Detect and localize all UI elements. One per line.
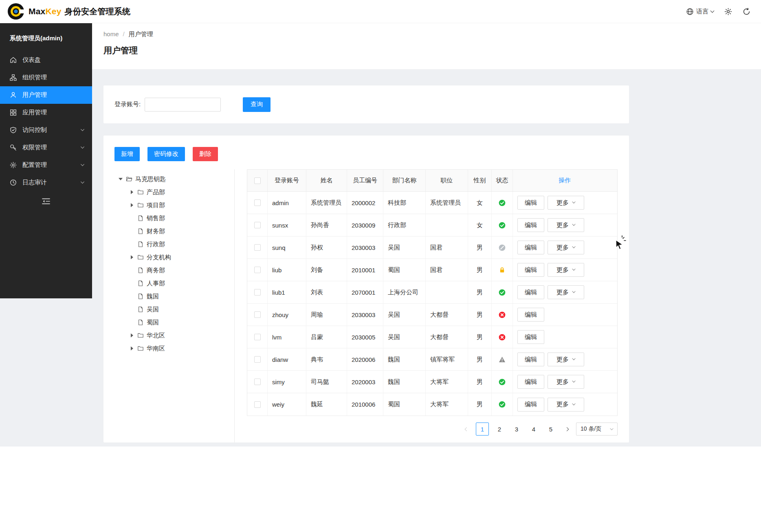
tree-leaf-node[interactable]: 财务部 [114,225,234,238]
cell-name: 刘表 [306,281,347,303]
change-password-button[interactable]: 密码修改 [147,147,185,161]
row-checkbox[interactable] [254,401,261,408]
row-checkbox[interactable] [254,199,261,206]
row-checkbox[interactable] [254,244,261,251]
language-selector[interactable]: 语言 [686,8,714,15]
caret-right-icon[interactable] [130,203,134,207]
select-all-checkbox[interactable] [254,177,261,184]
collapse-icon [42,198,51,205]
caret-down-icon[interactable] [118,178,123,180]
cell-gender: 男 [468,259,492,281]
sidebar-item-key[interactable]: 权限管理 [0,139,92,156]
next-page-button[interactable] [561,423,572,436]
edit-button[interactable]: 编辑 [517,285,544,299]
settings-icon[interactable] [724,8,732,15]
row-checkbox[interactable] [254,289,261,296]
tree-leaf-node[interactable]: 销售部 [114,212,234,225]
tree-node-label: 华南区 [147,345,165,352]
logout-icon[interactable] [743,8,750,15]
cell-position: 大都督 [426,304,468,326]
row-checkbox[interactable] [254,267,261,273]
row-checkbox[interactable] [254,356,261,363]
query-button[interactable]: 查询 [243,97,271,112]
tree-branch-node[interactable]: 产品部 [114,186,234,199]
breadcrumb-home-link[interactable]: home [103,31,119,38]
tree-branch-node[interactable]: 分支机构 [114,251,234,264]
caret-right-icon[interactable] [130,255,134,259]
cell-actions: 编辑 更多 [513,259,616,281]
tree-leaf-node[interactable]: 行政部 [114,238,234,251]
tree-branch-node[interactable]: 华北区 [114,329,234,342]
more-dropdown-button[interactable]: 更多 [548,241,584,254]
caret-right-icon[interactable] [130,190,134,194]
tree-node-label: 马克思钥匙 [135,175,166,183]
caret-right-icon[interactable] [130,346,134,350]
sidebar-item-dashboard[interactable]: 仪表盘 [0,51,92,69]
more-dropdown-button[interactable]: 更多 [548,352,584,366]
tree-leaf-node[interactable]: 人事部 [114,277,234,290]
tree-node-label: 华北区 [147,332,165,339]
row-checkbox[interactable] [254,222,261,228]
sidebar-item-shield[interactable]: 访问控制 [0,121,92,139]
more-dropdown-button[interactable]: 更多 [548,218,584,232]
edit-button[interactable]: 编辑 [517,218,544,232]
delete-button[interactable]: 删除 [193,147,218,161]
tree-leaf-node[interactable]: 吴国 [114,303,234,316]
header-checkbox-cell [247,170,268,191]
more-dropdown-button[interactable]: 更多 [548,285,584,299]
row-checkbox[interactable] [254,379,261,385]
caret-right-icon[interactable] [130,333,134,337]
page-size-select[interactable]: 10 条/页 [576,423,618,436]
tree-root-node[interactable]: 马克思钥匙 [114,173,234,186]
edit-button[interactable]: 编辑 [517,196,544,210]
folder-open-icon [126,176,132,182]
page-button-2[interactable]: 2 [493,423,506,436]
page-button-4[interactable]: 4 [527,423,540,436]
edit-button[interactable]: 编辑 [517,263,544,277]
sidebar-item-gear[interactable]: 配置管理 [0,156,92,174]
cell-gender: 男 [468,281,492,303]
page-button-1[interactable]: 1 [476,423,489,436]
prev-page-button[interactable] [461,423,472,436]
more-dropdown-button[interactable]: 更多 [548,196,584,210]
sidebar-item-org[interactable]: 组织管理 [0,69,92,86]
tree-leaf-node[interactable]: 蜀国 [114,316,234,329]
sidebar-item-app[interactable]: 应用管理 [0,104,92,121]
edit-button[interactable]: 编辑 [517,241,544,254]
chevron-down-icon [572,357,575,360]
more-dropdown-button[interactable]: 更多 [548,398,584,412]
edit-button[interactable]: 编辑 [517,330,544,344]
tree-leaf-node[interactable]: 魏国 [114,290,234,303]
col-actions: 操作 [513,170,616,191]
edit-button[interactable]: 编辑 [517,352,544,366]
app-icon [10,109,17,116]
sidebar-item-clock[interactable]: 日志审计 [0,174,92,191]
add-user-button[interactable]: 新增 [114,147,140,161]
tree-node-label: 销售部 [147,215,165,222]
chevron-down-icon [572,222,575,225]
status-active-icon [499,199,506,206]
row-checkbox[interactable] [254,311,261,318]
cell-department: 吴国 [383,304,426,326]
tree-branch-node[interactable]: 华南区 [114,342,234,355]
edit-button[interactable]: 编辑 [517,308,544,322]
tree-branch-node[interactable]: 项目部 [114,199,234,212]
edit-button[interactable]: 编辑 [517,375,544,389]
chevron-down-icon [81,127,84,131]
table-row: sunq 孙权 2030003 吴国 国君 男 编辑 更多 [247,236,617,259]
cell-actions: 编辑 更多 [513,236,616,258]
account-search-input[interactable] [145,98,221,112]
sidebar-collapse-button[interactable] [0,198,92,205]
page-button-3[interactable]: 3 [510,423,523,436]
row-checkbox[interactable] [254,334,261,340]
cell-employee-no: 2030003 [347,304,383,326]
sidebar-item-user[interactable]: 用户管理 [0,86,92,104]
tree-leaf-node[interactable]: 商务部 [114,264,234,277]
table-row: zhouy 周瑜 2030003 吴国 大都督 男 编辑 [247,304,617,326]
page-button-5[interactable]: 5 [544,423,557,436]
org-icon [10,74,17,81]
edit-button[interactable]: 编辑 [517,398,544,412]
more-dropdown-button[interactable]: 更多 [548,263,584,277]
tree-node-label: 蜀国 [147,319,159,326]
more-dropdown-button[interactable]: 更多 [548,375,584,389]
